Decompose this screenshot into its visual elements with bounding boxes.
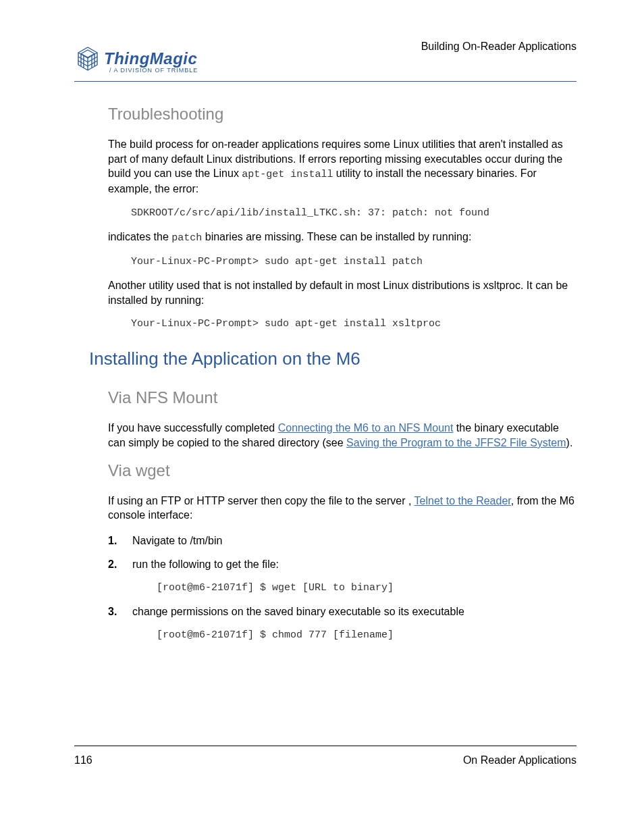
logo-text: ThingMagic / A DIVISION OF TRIMBLE <box>104 49 198 74</box>
link-saving-jffs2[interactable]: Saving the Program to the JFFS2 File Sys… <box>346 437 566 448</box>
step-item: run the following to get the file: [root… <box>108 557 576 595</box>
link-connecting-nfs[interactable]: Connecting the M6 to an NFS Mount <box>278 422 454 434</box>
page-footer: 116 On Reader Applications <box>74 746 576 766</box>
code-block: [root@m6-21071f] $ wget [URL to binary] <box>157 581 576 595</box>
thingmagic-cube-icon <box>74 46 101 77</box>
paragraph: If using an FTP or HTTP server then copy… <box>108 494 576 523</box>
code-block: SDKROOT/c/src/api/lib/install_LTKC.sh: 3… <box>131 207 576 219</box>
paragraph: indicates the patch binaries are missing… <box>108 230 576 245</box>
step-text: run the following to get the file: <box>132 558 279 570</box>
step-text: change permissions on the saved binary e… <box>132 606 464 617</box>
page-number: 116 <box>74 754 92 766</box>
link-telnet-reader[interactable]: Telnet to the Reader <box>414 495 511 506</box>
code-block: [root@m6-21071f] $ chmod 777 [filename] <box>157 629 576 642</box>
logo-sub-text: / A DIVISION OF TRIMBLE <box>104 67 198 74</box>
heading-via-wget: Via wget <box>108 461 576 480</box>
header-section-title: Building On-Reader Applications <box>421 41 576 77</box>
code-block: Your-Linux-PC-Prompt> sudo apt-get insta… <box>131 318 576 330</box>
page-header: ThingMagic / A DIVISION OF TRIMBLE Build… <box>74 41 576 82</box>
code-inline: apt-get install <box>242 169 333 180</box>
paragraph: Another utility used that is not install… <box>108 278 576 307</box>
steps-list: Navigate to /tm/bin run the following to… <box>108 533 576 642</box>
heading-troubleshooting: Troubleshooting <box>108 105 576 124</box>
page-content: Troubleshooting The build process for on… <box>74 105 576 642</box>
code-inline: patch <box>171 232 202 244</box>
code-block: Your-Linux-PC-Prompt> sudo apt-get insta… <box>131 256 576 267</box>
footer-title: On Reader Applications <box>463 754 576 766</box>
step-item: Navigate to /tm/bin <box>108 533 576 548</box>
logo-main-text: ThingMagic <box>104 49 198 68</box>
paragraph: If you have successfully completed Conne… <box>108 421 576 450</box>
heading-installing: Installing the Application on the M6 <box>89 348 576 369</box>
paragraph: The build process for on-reader applicat… <box>108 137 576 197</box>
heading-via-nfs: Via NFS Mount <box>108 388 576 407</box>
step-text: Navigate to /tm/bin <box>132 535 222 546</box>
step-item: change permissions on the saved binary e… <box>108 604 576 642</box>
logo: ThingMagic / A DIVISION OF TRIMBLE <box>74 46 198 77</box>
